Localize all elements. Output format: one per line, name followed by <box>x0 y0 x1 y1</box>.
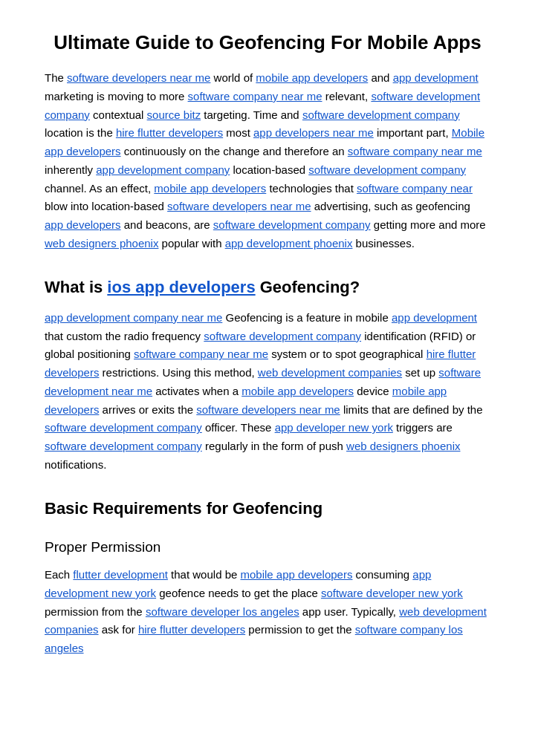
inline-link[interactable]: mobile app developers <box>256 71 368 84</box>
inline-link[interactable]: mobile app developers <box>241 568 353 581</box>
inline-link[interactable]: software company near me <box>134 348 268 360</box>
inline-link[interactable]: software company near <box>357 182 473 195</box>
inline-link[interactable]: hire flutter developers <box>116 126 223 139</box>
intro-paragraph: The software developers near me world of… <box>45 69 490 253</box>
section2-heading: Basic Requirements for Geofencing <box>45 495 490 521</box>
inline-link[interactable]: software development company <box>45 440 202 452</box>
inline-link[interactable]: software development company <box>204 330 361 342</box>
inline-link[interactable]: hire flutter developers <box>138 623 245 636</box>
inline-link[interactable]: software company near me <box>348 145 482 157</box>
inline-link[interactable]: app developer new york <box>275 421 393 434</box>
inline-link[interactable]: web designers phoenix <box>45 237 158 250</box>
page-title: Ultimate Guide to Geofencing For Mobile … <box>45 30 490 56</box>
inline-link[interactable]: software development company <box>45 421 202 434</box>
inline-link[interactable]: flutter development <box>73 568 168 581</box>
inline-link[interactable]: mobile app developers <box>241 385 354 397</box>
inline-link[interactable]: web development companies <box>258 366 402 379</box>
inline-link[interactable]: app development company near me <box>45 311 222 324</box>
section1-heading-link[interactable]: ios app developers <box>107 278 255 296</box>
section1-heading: What is ios app developers Geofencing? <box>45 274 490 300</box>
inline-link[interactable]: web designers phoenix <box>346 440 460 452</box>
inline-link[interactable]: software development company <box>302 108 460 121</box>
inline-link[interactable]: app development <box>392 311 477 324</box>
inline-link[interactable]: software developers near me <box>196 403 340 416</box>
inline-link[interactable]: app development phoenix <box>225 237 353 250</box>
inline-link[interactable]: app developers near me <box>253 126 374 139</box>
inline-link[interactable]: software developer los angeles <box>146 605 299 618</box>
section2-sub1-paragraph: Each flutter development that would be m… <box>45 566 490 658</box>
section1-paragraph: app development company near me Geofenci… <box>45 309 490 475</box>
section2-sub1-heading: Proper Permission <box>45 536 490 558</box>
inline-link[interactable]: software development company <box>308 163 466 176</box>
inline-link[interactable]: software company los angeles <box>45 623 463 654</box>
inline-link[interactable]: software developers near me <box>67 71 210 84</box>
inline-link[interactable]: software developers near me <box>167 200 311 212</box>
inline-link[interactable]: software developer new york <box>321 587 463 599</box>
inline-link[interactable]: app developers <box>45 218 121 231</box>
inline-link[interactable]: mobile app developers <box>154 182 266 195</box>
inline-link[interactable]: app development <box>393 71 479 84</box>
inline-link[interactable]: source bitz <box>147 108 201 121</box>
inline-link[interactable]: software company near me <box>188 90 322 102</box>
inline-link[interactable]: app development company <box>96 163 230 176</box>
inline-link[interactable]: software development company <box>213 218 371 231</box>
